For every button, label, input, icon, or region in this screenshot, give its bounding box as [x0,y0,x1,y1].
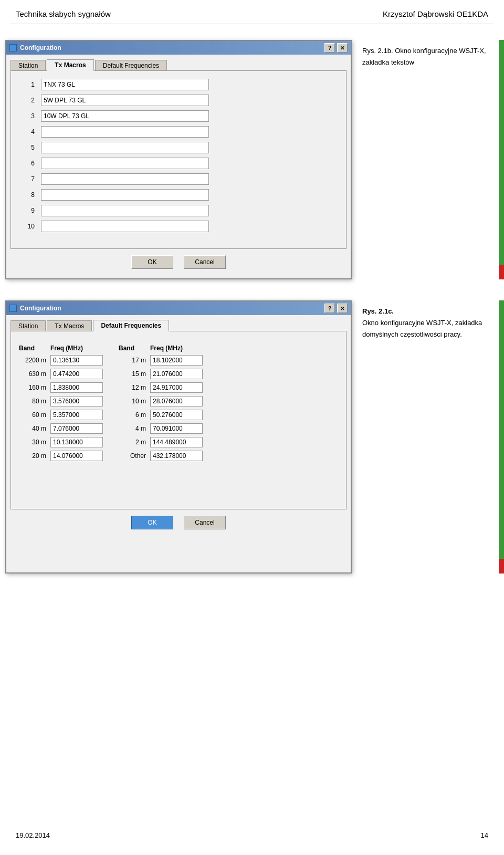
dialog-2-footer: OK Cancel [10,509,346,535]
freq-value-input[interactable] [50,382,103,393]
tab-content-2: Band Freq (MHz) 2200 m630 m160 m80 m60 m… [10,331,346,509]
tab-defaultfreq-2[interactable]: Default Frequencies [93,320,169,331]
freq-value-input[interactable] [150,369,203,379]
macro-input[interactable] [41,79,209,90]
cancel-button-1[interactable]: Cancel [184,255,226,269]
tab-bar-2: Station Tx Macros Default Frequencies [10,319,346,331]
freq-value-input[interactable] [50,423,103,434]
deco-red-2 [499,559,504,574]
freq-col-right: Band Freq (MHz) 17 m15 m12 m10 m6 m4 m2 … [119,345,203,464]
deco-green-2 [499,300,504,559]
macro-input[interactable] [41,110,209,122]
freq-band: 20 m [19,452,50,460]
tab-defaultfreq-1[interactable]: Default Frequencies [95,60,167,71]
dialog-2: Configuration ? ✕ Station Tx Macros Defa… [5,300,352,574]
macro-input[interactable] [41,173,209,185]
freq-table-container: Band Freq (MHz) 2200 m630 m160 m80 m60 m… [19,339,338,470]
macro-number: 8 [19,191,35,199]
freq-band: 10 m [119,398,150,405]
freq-value-input[interactable] [150,355,203,366]
footer-right: 14 [481,831,488,839]
tab-txmacros-2[interactable]: Tx Macros [47,320,92,331]
macro-input[interactable] [41,221,209,232]
macro-row: 7 [19,173,338,185]
freq-band: 12 m [119,384,150,391]
freq-band: 2200 m [19,357,50,364]
screenshot-row-1: Configuration ? ✕ Station Tx Macros Defa… [0,40,504,279]
tab-txmacros-1[interactable]: Tx Macros [47,59,93,71]
freq-band: 40 m [19,425,50,432]
freq-row: 15 m [119,369,203,379]
macro-number: 5 [19,144,35,151]
dialog-1-title: Configuration [20,44,61,51]
band-header-right: Band [119,345,150,352]
freq-value-input[interactable] [50,410,103,420]
macro-input[interactable] [41,205,209,216]
freq-band: 630 m [19,370,50,378]
macro-row: 5 [19,142,338,153]
freq-value-input[interactable] [50,369,103,379]
freq-value-input[interactable] [150,410,203,420]
freq-band: 30 m [19,439,50,446]
freq-row: 80 m [19,396,103,406]
dialog-2-title: Configuration [20,305,61,312]
page-content: Configuration ? ✕ Station Tx Macros Defa… [0,24,504,589]
macro-input[interactable] [41,142,209,153]
dialog-1-body: Station Tx Macros Default Frequencies 12… [6,55,351,278]
close-button-2[interactable]: ✕ [337,304,348,313]
titlebar-controls-2: ? ✕ [324,304,348,313]
screenshot-row-2: Configuration ? ✕ Station Tx Macros Defa… [0,300,504,574]
freq-value-input[interactable] [50,451,103,461]
freq-value-input[interactable] [50,437,103,447]
macro-number: 6 [19,160,35,167]
freq-value-input[interactable] [150,423,203,434]
tab-station-2[interactable]: Station [10,320,46,331]
freq-value-input[interactable] [150,451,203,461]
page-header: Technika słabych sygnałów Krzysztof Dąbr… [0,0,504,24]
freq-value-input[interactable] [50,396,103,406]
header-left: Technika słabych sygnałów [16,9,111,18]
macro-input[interactable] [41,126,209,138]
freq-value-input[interactable] [150,396,203,406]
caption-2: Rys. 2.1c. Okno konfiguracyjne WSJT-X, z… [352,300,499,346]
dialog-2-titlebar: Configuration ? ✕ [6,301,351,315]
page-footer: 19.02.2014 14 [0,826,504,844]
freq-band: Other [119,452,150,460]
freq-band: 2 m [119,439,150,446]
ok-button-1[interactable]: OK [131,255,173,269]
freq-band: 6 m [119,411,150,419]
help-button-2[interactable]: ? [324,304,335,313]
macro-number: 10 [19,223,35,230]
tab-bar-1: Station Tx Macros Default Frequencies [10,59,346,70]
cancel-button-2[interactable]: Cancel [184,516,226,529]
help-button[interactable]: ? [324,43,335,53]
macro-input[interactable] [41,95,209,106]
macro-row: 6 [19,158,338,169]
dialog-1-footer: OK Cancel [10,249,346,274]
freq-row: 60 m [19,410,103,420]
macro-row: 2 [19,95,338,106]
tab-station-1[interactable]: Station [10,60,46,71]
freq-row: 12 m [119,382,203,393]
freq-band: 160 m [19,384,50,391]
freq-value-input[interactable] [150,382,203,393]
freq-value-input[interactable] [50,355,103,366]
freq-value-input[interactable] [150,437,203,447]
titlebar-controls: ? ✕ [324,43,348,53]
freq-band: 17 m [119,357,150,364]
macro-row: 10 [19,221,338,232]
macro-input[interactable] [41,158,209,169]
freq-header-right-label: Freq (MHz) [150,345,203,352]
freq-row: 4 m [119,423,203,434]
freq-band: 15 m [119,370,150,378]
freq-row: 160 m [19,382,103,393]
dialog-1: Configuration ? ✕ Station Tx Macros Defa… [5,40,352,279]
tab-content-1: 12345678910 [10,70,346,249]
macro-row: 8 [19,189,338,201]
macro-input[interactable] [41,189,209,201]
ok-button-2[interactable]: OK [131,516,173,529]
freq-row: 30 m [19,437,103,447]
macro-number: 1 [19,81,35,88]
close-button[interactable]: ✕ [337,43,348,53]
band-header-left: Band [19,345,50,352]
